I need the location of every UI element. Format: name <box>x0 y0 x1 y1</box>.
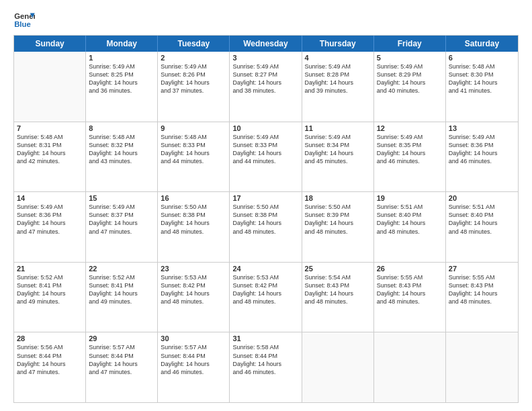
calendar-cell: 30Sunrise: 5:57 AMSunset: 8:44 PMDayligh… <box>158 332 230 402</box>
day-number: 5 <box>377 54 443 62</box>
day-number: 9 <box>161 124 226 132</box>
calendar-cell: 23Sunrise: 5:53 AMSunset: 8:42 PMDayligh… <box>158 263 230 332</box>
calendar-cell: 27Sunrise: 5:55 AMSunset: 8:43 PMDayligh… <box>446 263 518 332</box>
day-info: Sunrise: 5:52 AMSunset: 8:41 PMDaylight:… <box>17 273 83 306</box>
day-info: Sunrise: 5:48 AMSunset: 8:31 PMDaylight:… <box>17 133 83 166</box>
day-number: 10 <box>232 124 298 132</box>
header-day-wednesday: Wednesday <box>230 36 302 52</box>
day-info: Sunrise: 5:49 AMSunset: 8:28 PMDaylight:… <box>305 62 371 95</box>
day-number: 1 <box>89 54 154 62</box>
day-number: 11 <box>305 124 371 132</box>
calendar-cell: 31Sunrise: 5:58 AMSunset: 8:44 PMDayligh… <box>230 332 302 402</box>
day-number: 13 <box>449 124 515 132</box>
day-number: 17 <box>232 194 298 202</box>
logo-icon: General Blue <box>13 11 35 30</box>
day-info: Sunrise: 5:49 AMSunset: 8:33 PMDaylight:… <box>232 133 298 166</box>
header-day-monday: Monday <box>86 36 158 52</box>
day-number: 30 <box>161 334 226 342</box>
svg-text:Blue: Blue <box>14 20 31 28</box>
day-info: Sunrise: 5:54 AMSunset: 8:43 PMDaylight:… <box>305 273 371 306</box>
day-number: 31 <box>232 334 298 342</box>
day-info: Sunrise: 5:48 AMSunset: 8:32 PMDaylight:… <box>89 133 154 166</box>
calendar-cell: 3Sunrise: 5:49 AMSunset: 8:27 PMDaylight… <box>230 52 302 122</box>
calendar: SundayMondayTuesdayWednesdayThursdayFrid… <box>13 35 519 403</box>
day-info: Sunrise: 5:49 AMSunset: 8:36 PMDaylight:… <box>17 203 83 236</box>
day-number: 6 <box>449 54 515 62</box>
day-number: 19 <box>377 194 443 202</box>
calendar-cell: 13Sunrise: 5:49 AMSunset: 8:36 PMDayligh… <box>446 122 518 192</box>
calendar-cell: 7Sunrise: 5:48 AMSunset: 8:31 PMDaylight… <box>14 122 86 192</box>
day-number: 23 <box>161 265 226 273</box>
calendar-cell: 8Sunrise: 5:48 AMSunset: 8:32 PMDaylight… <box>86 122 158 192</box>
calendar-cell: 11Sunrise: 5:49 AMSunset: 8:34 PMDayligh… <box>302 122 374 192</box>
calendar-cell: 10Sunrise: 5:49 AMSunset: 8:33 PMDayligh… <box>230 122 302 192</box>
calendar-cell: 17Sunrise: 5:50 AMSunset: 8:38 PMDayligh… <box>230 192 302 262</box>
calendar-cell: 9Sunrise: 5:48 AMSunset: 8:33 PMDaylight… <box>158 122 230 192</box>
day-number: 25 <box>305 265 371 273</box>
day-number: 26 <box>377 265 443 273</box>
day-info: Sunrise: 5:49 AMSunset: 8:29 PMDaylight:… <box>377 62 443 95</box>
day-info: Sunrise: 5:49 AMSunset: 8:34 PMDaylight:… <box>305 133 371 166</box>
day-info: Sunrise: 5:58 AMSunset: 8:44 PMDaylight:… <box>232 343 298 376</box>
calendar-cell: 22Sunrise: 5:52 AMSunset: 8:41 PMDayligh… <box>86 263 158 332</box>
day-number: 14 <box>17 194 83 202</box>
day-info: Sunrise: 5:52 AMSunset: 8:41 PMDaylight:… <box>89 273 154 306</box>
calendar-cell: 16Sunrise: 5:50 AMSunset: 8:38 PMDayligh… <box>158 192 230 262</box>
calendar-cell: 4Sunrise: 5:49 AMSunset: 8:28 PMDaylight… <box>302 52 374 122</box>
calendar-cell: 14Sunrise: 5:49 AMSunset: 8:36 PMDayligh… <box>14 192 86 262</box>
calendar-cell: 19Sunrise: 5:51 AMSunset: 8:40 PMDayligh… <box>374 192 446 262</box>
calendar-cell: 29Sunrise: 5:57 AMSunset: 8:44 PMDayligh… <box>86 332 158 402</box>
calendar-cell: 5Sunrise: 5:49 AMSunset: 8:29 PMDaylight… <box>374 52 446 122</box>
day-number: 29 <box>89 334 154 342</box>
calendar-cell: 20Sunrise: 5:51 AMSunset: 8:40 PMDayligh… <box>446 192 518 262</box>
header-day-saturday: Saturday <box>446 36 518 52</box>
header-day-sunday: Sunday <box>14 36 86 52</box>
calendar-cell <box>446 332 518 402</box>
day-number: 3 <box>232 54 298 62</box>
day-number: 18 <box>305 194 371 202</box>
day-number: 4 <box>305 54 371 62</box>
day-info: Sunrise: 5:51 AMSunset: 8:40 PMDaylight:… <box>449 203 515 236</box>
day-info: Sunrise: 5:55 AMSunset: 8:43 PMDaylight:… <box>377 273 443 306</box>
day-info: Sunrise: 5:48 AMSunset: 8:30 PMDaylight:… <box>449 62 515 95</box>
day-number: 7 <box>17 124 83 132</box>
day-info: Sunrise: 5:56 AMSunset: 8:44 PMDaylight:… <box>17 343 83 376</box>
day-number: 22 <box>89 265 154 273</box>
calendar-cell: 18Sunrise: 5:50 AMSunset: 8:39 PMDayligh… <box>302 192 374 262</box>
day-info: Sunrise: 5:57 AMSunset: 8:44 PMDaylight:… <box>161 343 226 376</box>
day-number: 27 <box>449 265 515 273</box>
page: General Blue SundayMondayTuesdayWednesda… <box>0 0 532 411</box>
calendar-cell: 21Sunrise: 5:52 AMSunset: 8:41 PMDayligh… <box>14 263 86 332</box>
calendar-cell <box>14 52 86 122</box>
day-number: 2 <box>161 54 226 62</box>
day-number: 28 <box>17 334 83 342</box>
day-number: 20 <box>449 194 515 202</box>
calendar-body: 1Sunrise: 5:49 AMSunset: 8:25 PMDaylight… <box>14 52 518 402</box>
calendar-cell: 12Sunrise: 5:49 AMSunset: 8:35 PMDayligh… <box>374 122 446 192</box>
calendar-row-2: 14Sunrise: 5:49 AMSunset: 8:36 PMDayligh… <box>14 192 518 263</box>
calendar-cell: 15Sunrise: 5:49 AMSunset: 8:37 PMDayligh… <box>86 192 158 262</box>
day-info: Sunrise: 5:53 AMSunset: 8:42 PMDaylight:… <box>161 273 226 306</box>
logo: General Blue <box>13 11 35 30</box>
calendar-cell <box>374 332 446 402</box>
calendar-header: SundayMondayTuesdayWednesdayThursdayFrid… <box>14 36 518 52</box>
day-number: 15 <box>89 194 154 202</box>
day-number: 21 <box>17 265 83 273</box>
day-info: Sunrise: 5:49 AMSunset: 8:36 PMDaylight:… <box>449 133 515 166</box>
day-info: Sunrise: 5:48 AMSunset: 8:33 PMDaylight:… <box>161 133 226 166</box>
calendar-cell: 25Sunrise: 5:54 AMSunset: 8:43 PMDayligh… <box>302 263 374 332</box>
day-number: 24 <box>232 265 298 273</box>
header-day-tuesday: Tuesday <box>158 36 230 52</box>
day-info: Sunrise: 5:51 AMSunset: 8:40 PMDaylight:… <box>377 203 443 236</box>
day-number: 12 <box>377 124 443 132</box>
calendar-row-3: 21Sunrise: 5:52 AMSunset: 8:41 PMDayligh… <box>14 263 518 333</box>
day-info: Sunrise: 5:57 AMSunset: 8:44 PMDaylight:… <box>89 343 154 376</box>
header: General Blue <box>13 11 519 30</box>
day-number: 8 <box>89 124 154 132</box>
header-day-thursday: Thursday <box>302 36 374 52</box>
day-number: 16 <box>161 194 226 202</box>
day-info: Sunrise: 5:50 AMSunset: 8:39 PMDaylight:… <box>305 203 371 236</box>
calendar-row-0: 1Sunrise: 5:49 AMSunset: 8:25 PMDaylight… <box>14 52 518 122</box>
calendar-cell: 1Sunrise: 5:49 AMSunset: 8:25 PMDaylight… <box>86 52 158 122</box>
calendar-cell: 26Sunrise: 5:55 AMSunset: 8:43 PMDayligh… <box>374 263 446 332</box>
